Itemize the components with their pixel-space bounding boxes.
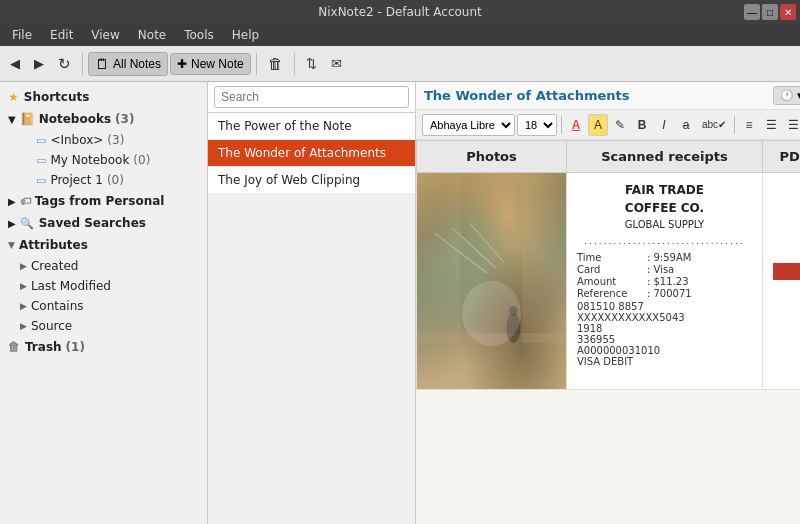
bold-button[interactable]: B — [632, 114, 652, 136]
source-arrow-icon: ▶ — [20, 321, 27, 331]
menu-help[interactable]: Help — [224, 26, 267, 44]
receipt-extra-3: 1918 — [577, 323, 752, 334]
star-icon: ★ — [8, 90, 19, 104]
tags-label: Tags from Personal — [35, 194, 165, 208]
sidebar-item-project1[interactable]: ▭ Project 1 (0) — [0, 170, 207, 190]
attachment-row: FAIR TRADE COFFEE CO. GLOBAL SUPPLY ....… — [417, 173, 801, 390]
pdf-label-bar: PDF — [773, 263, 800, 280]
shortcuts-label: Shortcuts — [24, 90, 90, 104]
sidebar-item-contains[interactable]: ▶ Contains — [0, 296, 207, 316]
receipt-company-line2: COFFEE CO. — [577, 201, 752, 215]
shortcuts-header[interactable]: ★ Shortcuts — [0, 86, 207, 108]
sidebar-item-mynotebook[interactable]: ▭ My Notebook (0) — [0, 150, 207, 170]
font-color-button[interactable]: A — [566, 114, 586, 136]
maximize-button[interactable]: □ — [762, 4, 778, 20]
receipt-extra-2: XXXXXXXXXXXX5043 — [577, 312, 752, 323]
fmt-sep-1 — [561, 116, 562, 134]
editor-meta: 🕐 ▾ 📓 <Inbox> ▾ — [773, 86, 800, 105]
font-size-select[interactable]: 18 — [517, 114, 557, 136]
align-center-button[interactable]: ☰ — [761, 114, 781, 136]
inbox-notebook-icon: ▭ — [36, 134, 46, 147]
trash-label: Trash — [25, 340, 62, 354]
search-icon: 🔍 — [20, 217, 34, 230]
menu-file[interactable]: File — [4, 26, 40, 44]
saved-searches-header[interactable]: ▶ 🔍 Saved Searches — [0, 212, 207, 234]
receipt-reference: Reference : 700071 — [577, 288, 752, 299]
spell-button[interactable]: abc✔ — [698, 114, 730, 136]
align-left-button[interactable]: ≡ — [739, 114, 759, 136]
notelist-item-2[interactable]: The Joy of Web Clipping — [208, 167, 415, 194]
titlebar-title: NixNote2 - Default Account — [318, 5, 482, 19]
highlight-button[interactable]: A — [588, 114, 608, 136]
receipt-extra-6: VISA DEBIT — [577, 356, 752, 367]
menu-view[interactable]: View — [83, 26, 127, 44]
receipt-dots: ................................. — [577, 236, 752, 246]
search-input[interactable] — [214, 86, 409, 108]
photos-header: Photos — [417, 141, 567, 173]
chevron-down-icon: ▼ — [8, 114, 16, 125]
notelist-container: The Power of the Note The Wonder of Atta… — [208, 82, 416, 524]
editor-title: The Wonder of Attachments — [424, 88, 630, 103]
menubar: File Edit View Note Tools Help — [0, 24, 800, 46]
menu-tools[interactable]: Tools — [176, 26, 222, 44]
email-button[interactable]: ✉ — [325, 52, 348, 75]
editor-content[interactable]: Photos Scanned receipts PDFs and docs — [416, 140, 800, 524]
all-notes-label: All Notes — [113, 57, 161, 71]
notebook-icon: 🗒 — [95, 56, 109, 72]
bullets-button[interactable]: ☰ — [783, 114, 800, 136]
receipt-subtitle: GLOBAL SUPPLY — [577, 219, 752, 230]
back-button[interactable]: ◀ — [4, 52, 26, 75]
font-family-select[interactable]: Abhaya Libre — [422, 114, 515, 136]
sidebar-item-inbox[interactable]: ▭ <Inbox> (3) — [0, 130, 207, 150]
clock-button[interactable]: 🕐 ▾ — [773, 86, 800, 105]
minimize-button[interactable]: — — [744, 4, 760, 20]
attributes-chevron-icon: ▼ — [8, 240, 15, 250]
menu-edit[interactable]: Edit — [42, 26, 81, 44]
trash-icon: 🗑 — [8, 340, 20, 354]
sync2-button[interactable]: ⇅ — [300, 52, 323, 75]
lastmodified-label: Last Modified — [31, 279, 111, 293]
attributes-label: Attributes — [19, 238, 88, 252]
titlebar: NixNote2 - Default Account — □ ✕ — [0, 0, 800, 24]
editor-topbar: The Wonder of Attachments 🕐 ▾ 📓 <Inbox> … — [416, 82, 800, 110]
receipt-card: Card : Visa — [577, 264, 752, 275]
sidebar-item-lastmodified[interactable]: ▶ Last Modified — [0, 276, 207, 296]
receipt-amount: Amount : $11.23 — [577, 276, 752, 287]
strikethrough-button[interactable]: a — [676, 114, 696, 136]
fmt-sep-2 — [734, 116, 735, 134]
searches-chevron-icon: ▶ — [8, 218, 16, 229]
attributes-header[interactable]: ▼ Attributes — [0, 234, 207, 256]
svg-rect-4 — [417, 173, 461, 343]
clock-icon: 🕐 — [780, 89, 794, 102]
trash-header[interactable]: 🗑 Trash (1) — [0, 336, 207, 358]
notelist-item-1[interactable]: The Wonder of Attachments — [208, 140, 415, 167]
italic-button[interactable]: I — [654, 114, 674, 136]
new-note-label: New Note — [191, 57, 244, 71]
toolbar-separator-2 — [256, 53, 257, 75]
menu-note[interactable]: Note — [130, 26, 174, 44]
notelist-item-0[interactable]: The Power of the Note — [208, 113, 415, 140]
notebooks-header[interactable]: ▼ 📔 Notebooks (3) — [0, 108, 207, 130]
pdfs-header: PDFs and docs — [763, 141, 801, 173]
notebooks-count: (3) — [115, 112, 134, 126]
photo-cell — [417, 173, 567, 390]
toolbar-separator-1 — [82, 53, 83, 75]
delete-note-button[interactable]: 🗑 — [262, 51, 289, 76]
sidebar-item-source[interactable]: ▶ Source — [0, 316, 207, 336]
receipt-company-line1: FAIR TRADE — [577, 183, 752, 197]
eraser-button[interactable]: ✎ — [610, 114, 630, 136]
saved-searches-label: Saved Searches — [39, 216, 146, 230]
new-note-button[interactable]: ✚ New Note — [170, 53, 251, 75]
close-button[interactable]: ✕ — [780, 4, 796, 20]
contains-label: Contains — [31, 299, 84, 313]
tag-icon: 🏷 — [20, 195, 31, 208]
source-label: Source — [31, 319, 72, 333]
forward-button[interactable]: ▶ — [28, 52, 50, 75]
all-notes-button[interactable]: 🗒 All Notes — [88, 52, 168, 76]
sidebar-item-created[interactable]: ▶ Created — [0, 256, 207, 276]
tags-header[interactable]: ▶ 🏷 Tags from Personal — [0, 190, 207, 212]
format-toolbar: Abhaya Libre 18 A A ✎ B I a abc✔ ≡ ☰ ☰ ☰… — [416, 110, 800, 140]
tag-chevron-icon: ▶ — [8, 196, 16, 207]
sync-button[interactable]: ↻ — [52, 51, 77, 77]
mynotebook-label: My Notebook — [50, 153, 129, 167]
